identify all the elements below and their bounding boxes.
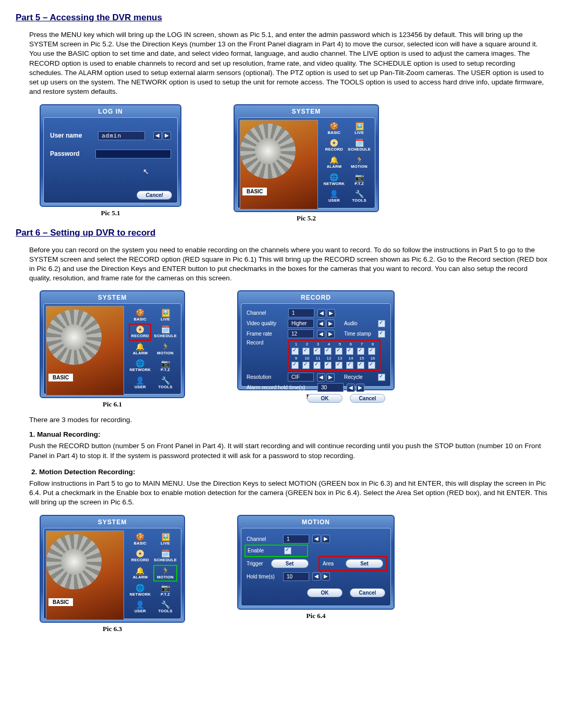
caption-6-1: Pic 6.1	[103, 400, 122, 409]
record-vq-arrows[interactable]: ◀▶	[317, 319, 335, 328]
ch-check[interactable]	[357, 348, 364, 355]
system-item-basic[interactable]: 🍪BASIC	[323, 121, 345, 137]
record-ok-button[interactable]: OK	[307, 394, 342, 403]
system-item-record[interactable]: 📀RECORD	[129, 324, 151, 340]
record-audio-check[interactable]	[378, 320, 385, 327]
record-arht-arrows[interactable]: ◀▶	[347, 384, 364, 392]
motion-ok-button[interactable]: OK	[307, 588, 342, 597]
login-password-label: Password	[50, 150, 87, 157]
system-preview-61: BASIC	[46, 306, 124, 396]
record-recycle-check[interactable]	[378, 374, 385, 381]
system-item-tools[interactable]: 🔧TOOLS	[348, 189, 371, 205]
motion-enable-check[interactable]	[284, 547, 291, 554]
record-vq-val[interactable]: Higher	[288, 319, 314, 328]
arrow-right-icon[interactable]: ▶	[326, 373, 335, 381]
ch-check[interactable]	[302, 362, 310, 369]
record-channel-arrows[interactable]: ◀▶	[317, 309, 335, 317]
system-item-tools[interactable]: 🔧TOOLS	[154, 599, 177, 615]
system-item-motion[interactable]: 🏃MOTION	[154, 565, 177, 582]
arrow-right-icon[interactable]: ▶	[322, 572, 330, 581]
motion-ht-arrows[interactable]: ◀▶	[312, 572, 330, 581]
system-item-schedule[interactable]: 🗓️SCHEDULE	[154, 324, 177, 340]
arrow-right-icon[interactable]: ▶	[356, 384, 364, 392]
motion-ht-val[interactable]: 10	[283, 572, 309, 581]
login-username-arrows[interactable]: ◀▶	[153, 131, 171, 140]
login-password-input[interactable]	[95, 150, 171, 158]
ch-check[interactable]	[324, 348, 332, 355]
system-item-basic[interactable]: 🍪BASIC	[129, 532, 151, 548]
ch-check[interactable]	[368, 362, 375, 369]
menu-icon: 🏃	[161, 343, 170, 350]
menu-label: NETWORK	[129, 592, 151, 597]
ch-check[interactable]	[291, 362, 299, 369]
arrow-left-icon[interactable]: ◀	[317, 319, 325, 328]
record-ts-check[interactable]	[378, 330, 385, 338]
system-item-ptz[interactable]: 📷P.T.Z	[348, 171, 371, 188]
system-item-user[interactable]: 👤USER	[129, 599, 151, 615]
record-channel-val[interactable]: 1	[288, 309, 314, 317]
system-item-user[interactable]: 👤USER	[323, 189, 345, 205]
arrow-left-icon[interactable]: ◀	[312, 572, 321, 581]
ch-check[interactable]	[313, 348, 321, 355]
arrow-left-icon[interactable]: ◀	[347, 384, 355, 392]
record-cancel-button[interactable]: Cancel	[350, 394, 385, 403]
system-item-schedule[interactable]: 🗓️SCHEDULE	[348, 138, 371, 154]
system-item-network[interactable]: 🌐NETWORK	[323, 171, 345, 188]
system-item-record[interactable]: 📀RECORD	[323, 138, 345, 154]
arrow-right-icon[interactable]: ▶	[163, 131, 171, 140]
menu-label: BASIC	[133, 317, 146, 322]
record-res-arrows[interactable]: ◀▶	[317, 373, 335, 381]
login-cancel-button[interactable]: Cancel	[137, 191, 172, 200]
arrow-right-icon[interactable]: ▶	[322, 535, 330, 543]
motion-channel-arrows[interactable]: ◀▶	[312, 535, 330, 543]
record-res-val[interactable]: CIF	[288, 373, 314, 381]
menu-label: LIVE	[161, 317, 170, 322]
part6-intro: Before you can record on the system you …	[29, 245, 547, 283]
record-channel-grid[interactable]: 12345678910111213141516	[288, 340, 381, 371]
system-item-live[interactable]: 🖼️LIVE	[154, 307, 177, 323]
record-arht-val[interactable]: 30	[317, 383, 344, 392]
system-item-live[interactable]: 🖼️LIVE	[154, 532, 177, 548]
system-item-schedule[interactable]: 🗓️SCHEDULE	[154, 548, 177, 564]
ch-check[interactable]	[346, 348, 353, 355]
ch-check[interactable]	[357, 362, 364, 369]
arrow-left-icon[interactable]: ◀	[317, 309, 326, 317]
arrow-left-icon[interactable]: ◀	[317, 330, 325, 338]
motion-trigger-set[interactable]: Set	[271, 559, 309, 568]
ch-check[interactable]	[302, 348, 310, 355]
arrow-left-icon[interactable]: ◀	[153, 131, 162, 140]
ch-check[interactable]	[335, 362, 342, 369]
system-item-basic[interactable]: 🍪BASIC	[129, 307, 151, 323]
motion-cancel-button[interactable]: Cancel	[350, 588, 385, 597]
ch-check[interactable]	[346, 362, 353, 369]
system-item-alarm[interactable]: 🔔ALARM	[129, 565, 151, 582]
system-item-tools[interactable]: 🔧TOOLS	[154, 375, 177, 391]
system-item-motion[interactable]: 🏃MOTION	[348, 155, 371, 171]
login-username-value[interactable]: admin	[98, 131, 145, 140]
basic-tag: BASIC	[242, 188, 267, 195]
arrow-right-icon[interactable]: ▶	[326, 319, 335, 328]
system-item-network[interactable]: 🌐NETWORK	[129, 358, 151, 374]
ch-check[interactable]	[324, 362, 332, 369]
system-item-alarm[interactable]: 🔔ALARM	[129, 341, 151, 357]
arrow-right-icon[interactable]: ▶	[327, 309, 335, 317]
arrow-right-icon[interactable]: ▶	[326, 330, 335, 338]
system-item-record[interactable]: 📀RECORD	[129, 548, 151, 564]
system-item-user[interactable]: 👤USER	[129, 375, 151, 391]
system-item-network[interactable]: 🌐NETWORK	[129, 582, 151, 598]
system-item-ptz[interactable]: 📷P.T.Z	[154, 582, 177, 598]
arrow-left-icon[interactable]: ◀	[312, 535, 321, 543]
motion-channel-val[interactable]: 1	[283, 535, 309, 544]
record-fr-arrows[interactable]: ◀▶	[317, 330, 335, 338]
system-item-motion[interactable]: 🏃MOTION	[154, 341, 177, 357]
motion-area-set[interactable]: Set	[346, 559, 383, 568]
system-item-live[interactable]: 🖼️LIVE	[348, 121, 371, 137]
system-item-ptz[interactable]: 📷P.T.Z	[154, 358, 177, 374]
ch-check[interactable]	[313, 362, 321, 369]
record-fr-val[interactable]: 12	[288, 329, 314, 338]
ch-check[interactable]	[291, 348, 299, 355]
arrow-left-icon[interactable]: ◀	[317, 373, 325, 381]
ch-check[interactable]	[368, 348, 375, 355]
ch-check[interactable]	[335, 348, 342, 355]
system-item-alarm[interactable]: 🔔ALARM	[323, 155, 345, 171]
